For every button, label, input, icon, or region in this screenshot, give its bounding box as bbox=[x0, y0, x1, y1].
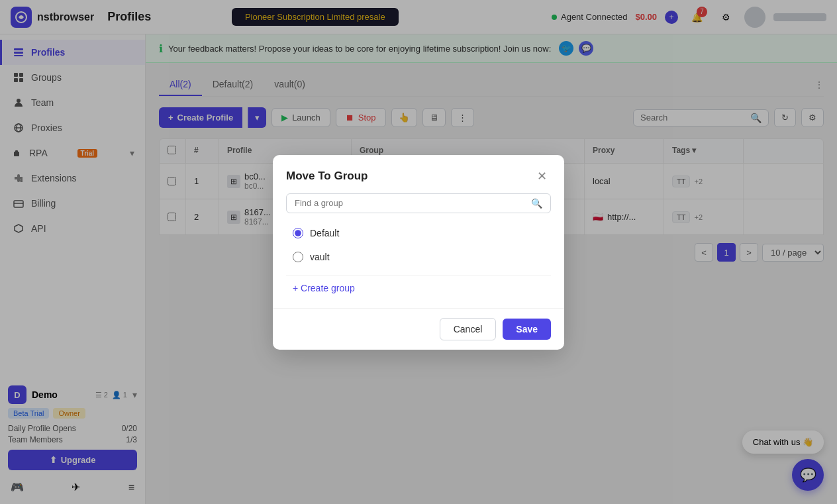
modal-body: 🔍 Default vault + Create group bbox=[273, 193, 564, 308]
move-to-group-modal: Move To Group ✕ 🔍 Default vault + Crea bbox=[273, 155, 564, 350]
group-radio-vault[interactable] bbox=[293, 252, 303, 262]
modal-close-button[interactable]: ✕ bbox=[532, 167, 551, 185]
group-label-vault: vault bbox=[310, 252, 330, 262]
create-group-link[interactable]: + Create group bbox=[286, 279, 551, 297]
modal-header: Move To Group ✕ bbox=[273, 155, 564, 193]
group-option-default[interactable]: Default bbox=[286, 223, 551, 244]
save-button[interactable]: Save bbox=[503, 319, 551, 340]
group-search-icon: 🔍 bbox=[531, 198, 542, 209]
group-label-default: Default bbox=[310, 228, 339, 238]
modal-title: Move To Group bbox=[286, 170, 368, 183]
group-search-box: 🔍 bbox=[286, 193, 551, 213]
modal-footer: Cancel Save bbox=[273, 308, 564, 350]
group-radio-list: Default vault bbox=[286, 223, 551, 268]
group-radio-default[interactable] bbox=[293, 228, 303, 238]
group-option-vault[interactable]: vault bbox=[286, 246, 551, 268]
group-search-input[interactable] bbox=[295, 198, 526, 208]
create-group-label: + Create group bbox=[293, 283, 355, 293]
modal-overlay[interactable]: Move To Group ✕ 🔍 Default vault + Crea bbox=[0, 0, 837, 504]
modal-divider bbox=[286, 276, 551, 276]
cancel-button[interactable]: Cancel bbox=[440, 318, 497, 340]
